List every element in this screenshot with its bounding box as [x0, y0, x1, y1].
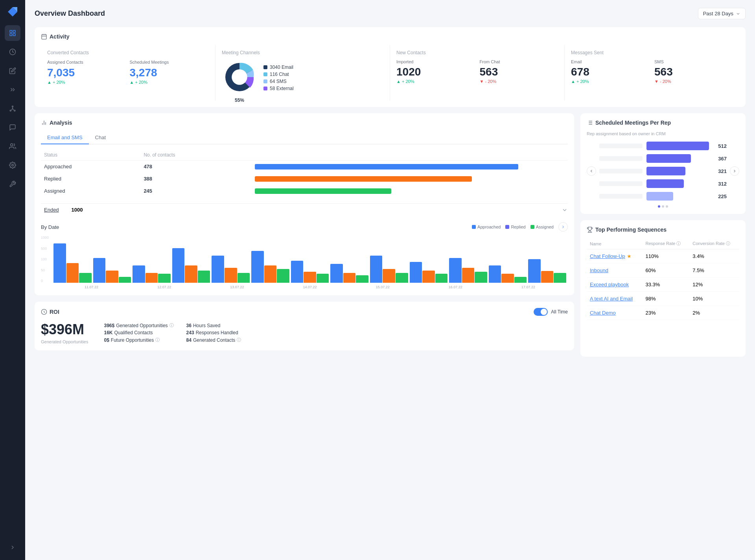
chart-bar-group: [133, 265, 171, 283]
sidebar-item-settings[interactable]: [5, 157, 20, 173]
bar-approached: [370, 256, 383, 283]
right-col: Scheduled Meetings Per Rep Rep assignmen…: [580, 113, 746, 357]
info-icon-2[interactable]: ⓘ: [155, 337, 160, 343]
conversion-info-icon[interactable]: ⓘ: [726, 241, 730, 246]
col-contacts: No. of contacts: [140, 150, 252, 160]
meeting-legend: 3040 Email 116 Chat 64 SMS 58 Exter: [263, 64, 294, 91]
svg-rect-1: [13, 30, 15, 32]
ended-row[interactable]: Ended 1000: [41, 203, 568, 216]
chart-bars-area: 11.07.22 12.07.22 13.07.22 14.07.22 15.0…: [52, 236, 568, 289]
sequences-title: Top Performing Sequences: [587, 227, 739, 233]
sidebar-item-compose[interactable]: [5, 63, 20, 79]
seq-row-2: Exceed playbook 33.3% 12%: [587, 278, 739, 292]
chart-bar-group: [330, 264, 368, 283]
chart-bar-group: [172, 248, 210, 283]
roi-content: $396M Generated Opportunities 396$ Gener…: [41, 321, 568, 344]
chart-bar-group: [528, 259, 566, 283]
rep-row-2: 367: [599, 154, 727, 163]
bar-replied: [145, 273, 158, 283]
messages-grid: Email 678 ▲ + 20% SMS 563 ▼ - 20%: [571, 59, 733, 84]
chart-next-button[interactable]: [558, 222, 568, 232]
converted-metrics: Assigned Contacts 7,035 ▲ + 20% Schedule…: [47, 59, 209, 85]
bar-assigned: [396, 273, 408, 283]
sidebar-item-analytics[interactable]: [5, 44, 20, 60]
toggle-switch[interactable]: [534, 308, 548, 316]
new-contacts-grid: Imported 1020 ▲ + 20% From Chat 563 ▼ - …: [396, 59, 558, 84]
trophy-icon: [587, 227, 593, 233]
left-col: Analysis Email and SMS Chat Status No. o…: [35, 113, 574, 357]
carousel-prev-button[interactable]: [587, 166, 596, 176]
legend-sms: 64 SMS: [263, 79, 294, 84]
dot-1[interactable]: [658, 205, 660, 208]
carousel-dots: [587, 205, 739, 208]
page-title: Overview Dashboard: [35, 9, 105, 18]
bar-approached: [410, 262, 422, 283]
seq-row-4: Chat Demo 23% 2%: [587, 306, 739, 320]
roi-title: ROI: [41, 309, 59, 315]
scheduled-meetings-section: Scheduled Meetings Per Rep Rep assignmen…: [580, 113, 746, 214]
all-time-toggle[interactable]: All Time: [534, 308, 568, 316]
bar-assigned: [158, 274, 171, 283]
from-chat-metric: From Chat 563 ▼ - 20%: [480, 59, 558, 84]
chart-bar-group: [93, 258, 131, 283]
chevron-down-icon: [562, 207, 568, 213]
sidebar-item-dashboard[interactable]: [5, 25, 20, 41]
sidebar-item-integrations[interactable]: [5, 176, 20, 192]
tab-email-sms[interactable]: Email and SMS: [41, 131, 89, 144]
activity-grid: Converted Contacts Assigned Contacts 7,0…: [41, 45, 739, 101]
sidebar-item-network[interactable]: [5, 101, 20, 116]
chart-bar-group: [489, 265, 527, 283]
pie-chart: 55%: [222, 59, 257, 96]
sidebar-item-contacts[interactable]: [5, 138, 20, 154]
analysis-icon: [41, 120, 47, 126]
svg-point-6: [10, 110, 11, 111]
legend-replied: Replied: [505, 225, 525, 229]
sidebar-collapse-button[interactable]: [5, 540, 20, 555]
tab-chat[interactable]: Chat: [89, 131, 112, 144]
chart-bar-group: [410, 262, 448, 283]
sidebar-item-expand[interactable]: [5, 82, 20, 98]
chart-bar-group: [212, 256, 250, 283]
chart-bar-group: [370, 256, 408, 283]
svg-rect-10: [42, 35, 46, 39]
bar-assigned: [238, 273, 250, 283]
bar-assigned: [554, 273, 566, 283]
info-icon-3[interactable]: ⓘ: [237, 337, 241, 343]
chart-controls: Approached Replied Assigned: [472, 222, 568, 232]
svg-point-8: [11, 144, 13, 146]
response-info-icon[interactable]: ⓘ: [676, 241, 681, 246]
roi-stat-2: 16K Qualified Contacts: [104, 330, 173, 335]
bar-replied: [383, 269, 395, 283]
dot-2[interactable]: [662, 205, 664, 208]
bar-approached: [93, 258, 106, 283]
legend-external: 58 External: [263, 86, 294, 91]
new-contacts-card: New Contacts Imported 1020 ▲ + 20% From …: [390, 45, 565, 101]
roi-stat-3: 243 Responses Handled: [186, 330, 256, 335]
bar-replied: [304, 272, 316, 283]
logo[interactable]: [6, 5, 20, 19]
carousel-container: 512 367 321: [587, 142, 739, 201]
roi-icon: [41, 309, 47, 315]
svg-point-5: [12, 106, 13, 107]
sidebar-item-messages[interactable]: [5, 120, 20, 135]
info-icon[interactable]: ⓘ: [169, 322, 174, 328]
top-sequences-section: Top Performing Sequences Name Response R…: [580, 220, 746, 357]
legend-chat: 116 Chat: [263, 72, 294, 77]
calendar-icon: [41, 33, 47, 40]
dot-3[interactable]: [666, 205, 668, 208]
legend-email: 3040 Email: [263, 64, 294, 70]
sms-messages-metric: SMS 563 ▼ - 20%: [654, 59, 733, 84]
table-row: Replied 388: [41, 173, 568, 185]
bar-replied: [541, 271, 554, 283]
date-filter-button[interactable]: Past 28 Days: [698, 8, 746, 19]
legend-approached: Approached: [472, 225, 501, 229]
bar-approached: [330, 264, 343, 283]
bar-replied: [106, 271, 118, 283]
carousel-next-button[interactable]: [730, 166, 739, 176]
meeting-card-content: 55% 3040 Email 116 Chat 64: [222, 59, 383, 96]
seq-row-1: Inbound 60% 7.5%: [587, 263, 739, 278]
analysis-tabs: Email and SMS Chat: [41, 131, 568, 144]
bar-approached: [489, 265, 501, 283]
meeting-channels-card: Meeting Channels: [215, 45, 390, 101]
rep-row-1: 512: [599, 142, 727, 150]
